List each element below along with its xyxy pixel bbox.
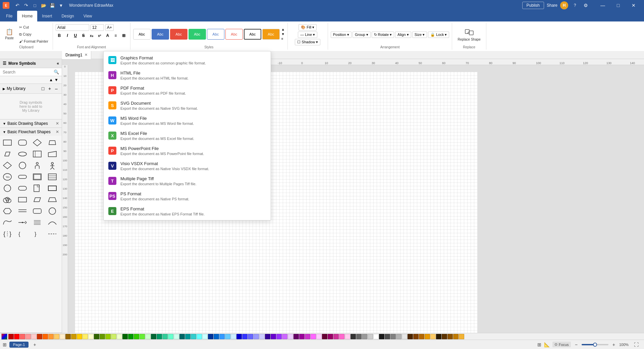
export-pdf-format[interactable]: P PDF Format Export the document as PDF … — [104, 83, 271, 98]
color-swatch[interactable] — [373, 334, 379, 339]
shape-rect-border[interactable] — [46, 183, 58, 194]
save-button[interactable]: 💾 — [48, 1, 56, 9]
shape-rounded2[interactable] — [16, 183, 29, 194]
paste-button[interactable]: 📋 Paste — [3, 27, 16, 41]
list-button[interactable]: ≡ — [112, 32, 119, 39]
color-swatch[interactable] — [117, 334, 122, 339]
export-visio-vsdx[interactable]: V Visio VSDX Format Export the document … — [104, 158, 271, 173]
color-swatch[interactable] — [43, 334, 48, 339]
color-swatch[interactable] — [157, 334, 162, 339]
shape-list[interactable] — [31, 217, 43, 228]
color-swatch[interactable] — [265, 334, 270, 339]
shape-rectangle[interactable] — [1, 137, 13, 148]
fit-page-button[interactable]: ⛶ — [634, 342, 639, 347]
close-tab-icon[interactable]: ✕ — [85, 53, 88, 57]
zoom-slider[interactable] — [582, 344, 608, 345]
align-button[interactable]: Align ▾ — [395, 32, 411, 38]
shape-oval[interactable] — [16, 149, 29, 159]
line-dropdown[interactable]: — Line ▾ — [298, 32, 317, 38]
shape-trapezoid[interactable] — [46, 137, 58, 148]
tab-view[interactable]: View — [79, 11, 97, 21]
color-swatch[interactable] — [202, 334, 208, 339]
fill-dropdown[interactable]: 🎨 Fill ▾ — [299, 24, 317, 31]
color-swatch[interactable] — [288, 334, 293, 339]
options-button[interactable]: ▼ — [57, 1, 65, 9]
open-button[interactable]: 📂 — [40, 1, 48, 9]
export-multiple-page-tiff[interactable]: T Multiple Page Tiff Export the document… — [104, 173, 271, 189]
close-drawing-section[interactable]: ✕ — [56, 121, 59, 126]
group-button[interactable]: Group ▾ — [353, 32, 371, 38]
user-avatar[interactable]: H — [560, 1, 568, 9]
my-library-section[interactable]: ▶ My Library □ + – — [0, 84, 62, 94]
color-swatch[interactable] — [453, 334, 459, 339]
color-swatch[interactable] — [100, 334, 105, 339]
remove-library-button[interactable]: – — [54, 86, 59, 91]
size-button[interactable]: Size ▾ — [412, 32, 427, 38]
color-swatch[interactable] — [242, 334, 248, 339]
scroll-up-button[interactable]: ▲ — [48, 77, 54, 83]
color-swatch[interactable] — [191, 334, 196, 339]
color-swatch[interactable] — [311, 334, 316, 339]
color-swatch[interactable] — [208, 334, 213, 339]
strikethrough-button[interactable]: S — [80, 32, 87, 39]
color-swatch[interactable] — [20, 334, 25, 339]
color-swatch[interactable] — [276, 334, 282, 339]
color-swatch[interactable] — [111, 334, 116, 339]
color-swatch[interactable] — [425, 334, 430, 339]
color-swatch[interactable] — [225, 334, 230, 339]
color-swatch[interactable] — [231, 334, 236, 339]
shape-pill[interactable] — [16, 171, 29, 182]
page-layout-icon[interactable]: ⊞ — [3, 342, 7, 347]
color-swatch[interactable] — [385, 334, 390, 339]
lock-button[interactable]: 🔒 Lock ▾ — [428, 32, 449, 38]
shape-curved2[interactable] — [46, 217, 58, 228]
superscript-button[interactable]: x² — [96, 32, 103, 39]
shape-decision[interactable] — [1, 160, 13, 171]
color-swatch[interactable] — [54, 334, 59, 339]
export-svg-document[interactable]: S SVG Document Export the document as Na… — [104, 98, 271, 113]
tab-file[interactable]: File — [1, 11, 17, 21]
color-swatch[interactable] — [37, 334, 42, 339]
color-swatch[interactable] — [390, 334, 396, 339]
color-swatch[interactable] — [459, 334, 464, 339]
minimize-button[interactable]: — — [595, 0, 610, 11]
cut-button[interactable]: ✂ Cut — [17, 24, 50, 31]
export-ms-word[interactable]: W MS Word File Export the document as MS… — [104, 113, 271, 128]
replace-shape-button[interactable]: Replace Shape — [455, 26, 483, 43]
tab-insert[interactable]: Insert — [37, 11, 57, 21]
zoom-in-button[interactable]: + — [611, 341, 616, 348]
italic-button[interactable]: I — [64, 32, 71, 39]
color-swatch[interactable] — [436, 334, 441, 339]
search-input[interactable] — [3, 70, 54, 74]
color-swatch[interactable] — [328, 334, 333, 339]
color-swatch[interactable] — [299, 334, 305, 339]
shape-arrow1[interactable] — [16, 217, 29, 228]
increase-font-button[interactable]: A+ — [105, 24, 114, 31]
close-flowchart-section[interactable]: ✕ — [56, 130, 59, 134]
color-swatch[interactable] — [402, 334, 407, 339]
color-swatch[interactable] — [316, 334, 322, 339]
bold-button[interactable]: B — [56, 32, 63, 39]
drawing1-tab[interactable]: Drawing1 ✕ — [62, 51, 91, 59]
shape-parallelogram2[interactable] — [31, 194, 43, 205]
tab-home[interactable]: Home — [17, 11, 37, 21]
shape-horiz-line[interactable] — [16, 206, 29, 216]
add-page-button[interactable]: + — [31, 341, 38, 348]
style-box-7[interactable]: Abc — [244, 29, 261, 40]
color-swatch[interactable] — [368, 334, 373, 339]
text-color-button[interactable]: A — [104, 32, 111, 39]
shape-rect2[interactable] — [16, 194, 29, 205]
color-picker-icon[interactable] — [1, 334, 7, 340]
color-swatch[interactable] — [345, 334, 350, 339]
color-swatch[interactable] — [151, 334, 156, 339]
style-box-5[interactable]: Abc — [207, 29, 224, 40]
style-box-3[interactable]: Abc — [170, 29, 187, 40]
shape-page[interactable] — [31, 183, 43, 194]
redo-button[interactable]: ↷ — [22, 1, 30, 9]
shape-line2[interactable] — [46, 229, 58, 239]
close-button[interactable]: ✕ — [626, 0, 641, 11]
new-button[interactable]: □ — [31, 1, 39, 9]
shape-double-rect[interactable] — [31, 171, 43, 182]
page-tab-1[interactable]: Page-1 — [9, 342, 29, 348]
rotate-button[interactable]: ↻ Rotate ▾ — [372, 32, 394, 38]
